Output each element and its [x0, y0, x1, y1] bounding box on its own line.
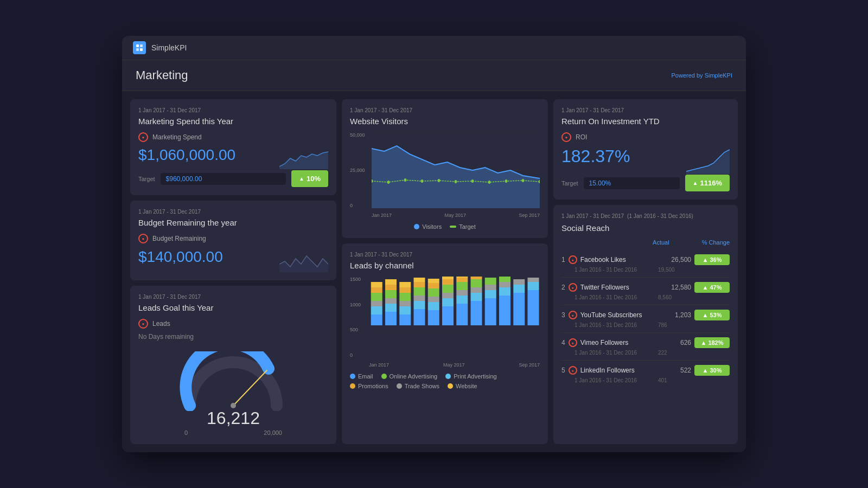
budget-remaining-value: $140,000.00 [138, 248, 223, 266]
social-reach-title: Social Reach [561, 223, 730, 233]
svg-rect-44 [399, 287, 411, 293]
target-value: $960,000.00 [161, 173, 286, 185]
website-visitors-title: Website Visitors [350, 117, 540, 126]
svg-rect-56 [428, 283, 439, 288]
leads-by-channel-card: 1 Jan 2017 - 31 Dec 2017 Leads by channe… [342, 243, 548, 444]
svg-rect-81 [499, 282, 510, 287]
vimeo-icon: ● [569, 338, 577, 347]
svg-rect-42 [399, 301, 411, 306]
svg-rect-58 [442, 306, 454, 325]
svg-rect-72 [471, 287, 482, 293]
social-reach-date: 1 Jan 2017 - 31 Dec 2017 [561, 213, 624, 219]
gauge-chart [179, 351, 288, 411]
social-item-1: 1 ● Facebook Likes 26,500 ▲36% 1 Jan 201… [561, 250, 730, 278]
svg-rect-60 [442, 293, 454, 298]
page-title: Marketing [136, 68, 188, 82]
svg-rect-38 [385, 285, 397, 290]
svg-marker-12 [372, 146, 540, 208]
facebook-icon: ● [569, 255, 577, 264]
budget-remaining-date: 1 Jan 2017 - 31 Dec 2017 [138, 209, 328, 215]
svg-rect-50 [414, 282, 425, 287]
svg-rect-37 [385, 290, 397, 298]
leads-channel-legend: Email Online Advertising Print Advertisi… [350, 373, 540, 389]
app-logo [133, 41, 146, 54]
gauge-wrap: 16,212 0 20,000 [138, 346, 328, 436]
svg-rect-46 [414, 309, 425, 325]
svg-rect-84 [513, 285, 525, 293]
svg-rect-30 [371, 301, 382, 306]
leads-metric-label: Leads [152, 320, 170, 328]
marketing-spend-metric-label: Marketing Spend [152, 133, 202, 141]
svg-rect-41 [399, 306, 411, 314]
target-label: Target [138, 176, 155, 182]
svg-rect-73 [471, 279, 482, 287]
svg-marker-4 [279, 152, 328, 169]
svg-marker-5 [279, 256, 328, 272]
svg-point-22 [522, 179, 525, 182]
leads-goal-title: Leads Goal this Year [138, 303, 328, 312]
svg-rect-69 [456, 277, 468, 278]
budget-remaining-metric-label: Budget Remaining [152, 235, 206, 242]
svg-rect-66 [456, 290, 468, 296]
svg-rect-36 [385, 298, 397, 304]
marketing-spend-metric-row: ● Marketing Spend [138, 132, 328, 142]
svg-rect-75 [485, 298, 496, 325]
svg-rect-76 [485, 290, 496, 298]
app-window: SimpleKPI Marketing Powered by SimpleKPI… [122, 36, 746, 452]
svg-point-20 [488, 181, 491, 184]
roi-date: 1 Jan 2017 - 31 Dec 2017 [561, 107, 730, 113]
svg-rect-43 [399, 293, 411, 301]
social-reach-col-headers: Actual % Change [561, 239, 730, 246]
roi-card: 1 Jan 2017 - 31 Dec 2017 Return On Inves… [553, 99, 738, 200]
marketing-spend-mini-chart [279, 147, 328, 169]
gauge-max: 20,000 [264, 429, 282, 436]
app-title: SimpleKPI [151, 43, 187, 52]
linkedin-badge: ▲30% [694, 365, 730, 376]
svg-rect-54 [428, 297, 439, 302]
roi-target-row: Target 15.00% ▲ 1116% [561, 175, 730, 191]
vimeo-badge: ▲182% [694, 337, 730, 348]
budget-remaining-title: Budget Remaining the year [138, 218, 328, 227]
svg-rect-3 [140, 48, 143, 51]
svg-rect-2 [136, 48, 139, 51]
svg-rect-64 [456, 304, 468, 325]
roi-icon: ● [561, 132, 571, 142]
col-actual: Actual [653, 239, 669, 246]
website-visitors-chart: 50,000 25,000 0 [350, 132, 540, 219]
svg-rect-52 [428, 310, 439, 325]
twitter-icon: ● [569, 283, 577, 292]
marketing-spend-card: 1 Jan 2017 - 31 Dec 2017 Marketing Spend… [130, 99, 336, 195]
svg-point-15 [404, 178, 407, 182]
svg-point-14 [387, 181, 390, 184]
svg-rect-29 [371, 306, 382, 314]
svg-rect-51 [414, 278, 425, 282]
budget-remaining-icon: ● [138, 234, 148, 243]
marketing-spend-badge: ▲ 10% [291, 170, 328, 187]
svg-rect-48 [414, 296, 425, 301]
leads-goal-card: 1 Jan 2017 - 31 Dec 2017 Leads Goal this… [130, 286, 336, 444]
marketing-spend-icon: ● [138, 132, 148, 142]
svg-rect-85 [513, 279, 525, 285]
svg-rect-31 [371, 293, 382, 301]
svg-rect-67 [456, 282, 468, 290]
svg-rect-78 [485, 278, 496, 285]
marketing-spend-date: 1 Jan 2017 - 31 Dec 2017 [138, 107, 328, 113]
svg-rect-57 [428, 279, 439, 283]
svg-rect-79 [499, 296, 510, 325]
svg-point-17 [438, 179, 441, 182]
svg-point-18 [455, 180, 457, 183]
social-item-2: 2 ● Twitter Followers 12,580 ▲47% 1 Jan … [561, 278, 730, 305]
svg-rect-88 [528, 278, 539, 282]
roi-metric-row: ● ROI [561, 132, 730, 142]
svg-rect-0 [136, 44, 139, 47]
marketing-spend-title: Marketing Spend this Year [138, 117, 328, 126]
svg-rect-74 [471, 277, 482, 279]
dashboard: 1 Jan 2017 - 31 Dec 2017 Marketing Spend… [122, 91, 746, 452]
svg-rect-71 [471, 293, 482, 301]
svg-rect-40 [399, 314, 411, 325]
budget-remaining-mini-chart [279, 248, 328, 272]
social-item-4: 4 ● Vimeo Followers 626 ▲182% 1 Jan 2016… [561, 333, 730, 361]
leads-channel-title: Leads by channel [350, 261, 540, 270]
leads-goal-date: 1 Jan 2017 - 31 Dec 2017 [138, 294, 328, 300]
legend-target: Target [450, 223, 476, 230]
